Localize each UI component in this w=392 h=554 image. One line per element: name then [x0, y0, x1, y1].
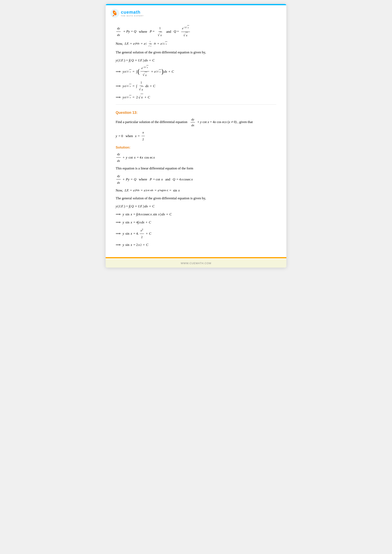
gen-sol-1: y(I.F.) = ∫(Q × I.F.)dx + C: [116, 57, 276, 64]
gen-sol-4: ⟹ ye2√x = 2√x + C: [116, 94, 276, 101]
footer-url: WWW.CUEMATH.COM: [181, 262, 211, 265]
logo-tagline: THE MATH EXPERT: [121, 15, 144, 17]
solution-label: Solution:: [116, 145, 276, 150]
logo-name: cuemath: [121, 10, 144, 15]
page-container: cuemath THE MATH EXPERT dy dx + Py = Q w…: [106, 4, 286, 268]
sol-eq1: dy dx + y cot x = 4x cos ecx: [116, 151, 276, 164]
general-sol-text: The general solution of the given differ…: [116, 49, 276, 55]
svg-point-4: [114, 12, 115, 13]
now-label: Now, I.F. =: [116, 40, 133, 47]
sol-gen5: ⟹ y sin x = 2x2 + C: [116, 242, 276, 248]
sol-gen3: ⟹ y sin x = 4∫xdx + C: [116, 219, 276, 226]
where-text: where: [139, 28, 147, 35]
footer: WWW.CUEMATH.COM: [106, 259, 286, 268]
gen-sol-text2: The general solution of the given differ…: [116, 195, 276, 201]
eq1-row: dy dx + Py = Q where P = 1 √ x: [116, 25, 276, 39]
and-text: and: [166, 28, 171, 35]
sol-gen1: y(I.F.) = ∫(Q × I.F.)dx + C: [116, 203, 276, 210]
gen-sol-2: ⟹ ye2√x = ∫ ( e−2√x √x × e2√x ) dx + C: [116, 65, 276, 78]
logo: cuemath THE MATH EXPERT: [111, 9, 144, 18]
P-def: P = 1 √ x: [150, 25, 164, 38]
if-row: Now, I.F. = e∫Pdx = e ∫ 1 √x dx = e2√x: [116, 40, 276, 48]
sol-gen4: ⟹ y sin x = 4. x2 2 + C: [116, 227, 276, 240]
sol-eq2: dy dx + Py = Q where P = cot x and Q = 4…: [116, 173, 276, 186]
sol-gen2: ⟹ y sin x = ∫(4xcosecx.sin x)dx + C: [116, 211, 276, 218]
main-content: dy dx + Py = Q where P = 1 √ x: [106, 20, 286, 256]
bottom-bar: [106, 257, 286, 258]
problem-statement: Find a particular solution of the differ…: [116, 117, 276, 128]
Q-def: Q = e−2√x √ x: [174, 25, 191, 39]
question-label: Question 13:: [116, 111, 276, 115]
header: cuemath THE MATH EXPERT: [106, 5, 286, 20]
logo-icon: [111, 9, 119, 18]
condition-row: y = 0 when x = π 2: [116, 130, 276, 142]
dy-dx: dy dx: [116, 25, 121, 38]
eq1-lhs: dy dx + Py = Q: [116, 25, 136, 38]
gen-sol-3: ⟹ ye2√x = ∫ 1 √x dx + C: [116, 79, 276, 93]
logo-text: cuemath THE MATH EXPERT: [121, 10, 144, 17]
sol-if: Now, I.F. = e∫Pdx = e∫cot xdx = elog|sin…: [116, 187, 276, 194]
linear-de-text: This equation is a linear differential e…: [116, 166, 276, 171]
